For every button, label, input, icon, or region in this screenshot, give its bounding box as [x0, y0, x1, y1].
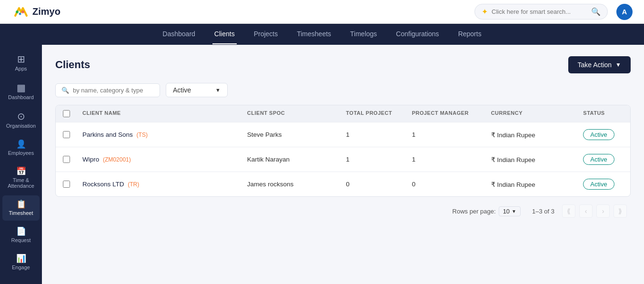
- sidebar-item-request-label: Request: [11, 237, 31, 243]
- organisation-icon: ⊙: [17, 112, 25, 121]
- row-3-currency: ₹ Indian Rupee: [485, 176, 578, 193]
- row-1-client-spoc: Steve Parks: [242, 126, 341, 143]
- row-3-checkbox[interactable]: [63, 181, 70, 188]
- nav-item-clients[interactable]: Clients: [212, 24, 237, 44]
- pagination-next-button[interactable]: ›: [596, 204, 610, 218]
- row-3-project-manager: 0: [406, 176, 485, 193]
- row-2-client-spoc: Kartik Narayan: [242, 151, 341, 168]
- nav-item-reports[interactable]: Reports: [456, 24, 483, 44]
- row-1-checkbox-cell: [56, 131, 77, 138]
- row-3-checkbox-cell: [56, 181, 77, 188]
- main-content: Clients Take Action ▼ 🔍 Active ▼ CLIENT …: [42, 45, 644, 284]
- sidebar-item-request[interactable]: 📄 Request: [2, 223, 40, 248]
- timesheet-icon: 📋: [16, 200, 26, 208]
- header-currency: CURRENCY: [485, 110, 578, 117]
- row-3-client-name: Rocksons LTD (TR): [77, 176, 242, 193]
- row-2-client-name: Wipro (ZM02001): [77, 151, 242, 168]
- client-search-input[interactable]: [73, 87, 154, 94]
- table-row: Wipro (ZM02001) Kartik Narayan 1 1 ₹ Ind…: [56, 147, 630, 172]
- row-1-currency: ₹ Indian Rupee: [485, 126, 578, 143]
- nav-item-timesheets[interactable]: Timesheets: [295, 24, 333, 44]
- nav-item-projects[interactable]: Projects: [252, 24, 280, 44]
- row-2-status: Active: [577, 149, 630, 170]
- nav-item-configurations[interactable]: Configurations: [394, 24, 441, 44]
- header-checkbox-cell: [56, 110, 77, 117]
- svg-point-1: [16, 10, 19, 13]
- row-2-project-manager: 1: [406, 151, 485, 168]
- sidebar-item-dashboard[interactable]: ▦ Dashboard: [2, 78, 40, 105]
- nav-bar: Dashboard Clients Projects Timesheets Ti…: [0, 24, 644, 45]
- rows-per-page-label: Rows per page:: [453, 208, 496, 215]
- sparkle-icon: ✦: [482, 7, 488, 16]
- status-badge: Active: [583, 179, 614, 190]
- select-all-checkbox[interactable]: [63, 110, 70, 117]
- pagination-prev-button[interactable]: ‹: [579, 204, 593, 218]
- pagination-last-button[interactable]: ⟫: [614, 204, 627, 218]
- row-3-total-project: 0: [340, 176, 406, 193]
- avatar[interactable]: A: [616, 4, 633, 20]
- search-clients-icon: 🔍: [61, 87, 69, 94]
- top-header: Zimyo ✦ 🔍 A: [0, 0, 644, 24]
- smart-search-input[interactable]: [492, 8, 587, 15]
- sidebar-item-employees[interactable]: 👤 Employees: [2, 135, 40, 161]
- filter-chevron-icon: ▼: [215, 87, 221, 93]
- sidebar-item-organisation-label: Organisation: [6, 123, 36, 129]
- search-bar[interactable]: ✦ 🔍: [474, 4, 608, 20]
- dashboard-icon: ▦: [17, 83, 26, 92]
- table-row: Parkins and Sons (TS) Steve Parks 1 1 ₹ …: [56, 122, 630, 147]
- pagination-first-button[interactable]: ⟪: [562, 204, 575, 218]
- svg-point-3: [19, 12, 21, 15]
- row-1-checkbox[interactable]: [63, 131, 70, 138]
- logo-area: Zimyo: [11, 3, 88, 20]
- row-1-client-name: Parkins and Sons (TS): [77, 126, 242, 143]
- status-badge: Active: [583, 154, 614, 165]
- sidebar-item-dashboard-label: Dashboard: [8, 94, 34, 100]
- sidebar-item-employees-label: Employees: [8, 150, 34, 156]
- employees-icon: 👤: [16, 140, 26, 148]
- row-2-checkbox[interactable]: [63, 156, 70, 163]
- table-row: Rocksons LTD (TR) James rocksons 0 0 ₹ I…: [56, 172, 630, 196]
- apps-icon: ⊞: [17, 54, 25, 64]
- header-client-name: CLIENT NAME: [77, 110, 242, 117]
- time-attendance-icon: 📅: [16, 167, 26, 175]
- status-filter-value: Active: [173, 86, 191, 94]
- rpp-chevron-icon: ▼: [512, 209, 516, 214]
- row-3-client-spoc: James rocksons: [242, 176, 341, 193]
- clients-table: CLIENT NAME CLIENT SPOC TOTAL PROJECT PR…: [55, 105, 631, 197]
- sidebar-item-apps-label: Apps: [15, 66, 27, 71]
- take-action-button[interactable]: Take Action ▼: [568, 56, 631, 73]
- pagination-info: 1–3 of 3: [532, 208, 554, 215]
- row-2-total-project: 1: [340, 151, 406, 168]
- sidebar-item-organisation[interactable]: ⊙ Organisation: [2, 107, 40, 133]
- row-2-currency: ₹ Indian Rupee: [485, 151, 578, 168]
- header-project-manager: PROJECT MANAGER: [406, 110, 485, 117]
- sidebar-item-timesheet-label: Timesheet: [9, 210, 33, 216]
- nav-item-timelogs[interactable]: Timelogs: [348, 24, 379, 44]
- client-search-wrap[interactable]: 🔍: [55, 83, 160, 97]
- status-badge: Active: [583, 129, 614, 140]
- row-3-status: Active: [577, 174, 630, 194]
- table-header-row: CLIENT NAME CLIENT SPOC TOTAL PROJECT PR…: [56, 105, 630, 122]
- sidebar-item-apps[interactable]: ⊞ Apps: [2, 50, 40, 76]
- logo-text: Zimyo: [32, 6, 60, 17]
- nav-item-dashboard[interactable]: Dashboard: [161, 24, 197, 44]
- header-total-project: TOTAL PROJECT: [340, 110, 406, 117]
- svg-point-2: [21, 10, 24, 13]
- sidebar: ⊞ Apps ▦ Dashboard ⊙ Organisation 👤 Empl…: [0, 45, 42, 284]
- page-header: Clients Take Action ▼: [55, 56, 631, 73]
- sidebar-item-time-attendance[interactable]: 📅 Time & Attendance: [2, 162, 40, 193]
- chevron-down-icon: ▼: [615, 61, 621, 68]
- filter-row: 🔍 Active ▼: [55, 83, 631, 97]
- status-filter-select[interactable]: Active ▼: [166, 83, 228, 97]
- rows-per-page-select[interactable]: 10 ▼: [499, 206, 521, 216]
- row-2-checkbox-cell: [56, 156, 77, 163]
- request-icon: 📄: [16, 227, 26, 235]
- search-icon: 🔍: [591, 7, 601, 16]
- row-1-status: Active: [577, 124, 630, 145]
- sidebar-item-engage[interactable]: 📊 Engage: [2, 250, 40, 275]
- sidebar-item-timesheet[interactable]: 📋 Timesheet: [2, 195, 40, 221]
- engage-icon: 📊: [16, 254, 26, 263]
- zimyo-logo-icon: [11, 3, 29, 20]
- row-1-total-project: 1: [340, 126, 406, 143]
- pagination-row: Rows per page: 10 ▼ 1–3 of 3 ⟪ ‹ › ⟫: [55, 197, 631, 220]
